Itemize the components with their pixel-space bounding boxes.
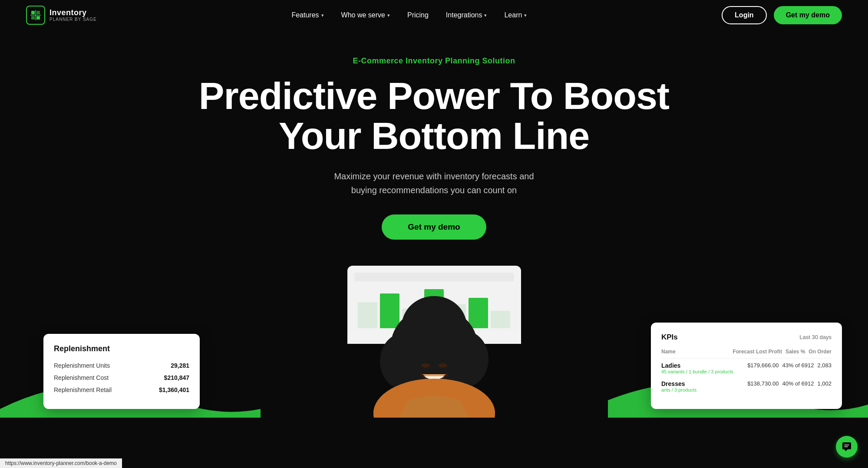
- learn-chevron-icon: ▾: [524, 13, 527, 18]
- main-nav: Inventory PLANNER by Sage Features ▾ Who…: [0, 0, 868, 30]
- svg-rect-1: [36, 11, 40, 14]
- brand-sub: PLANNER by Sage: [50, 17, 97, 22]
- rep-row-cost: Replenishment Cost $210,847: [54, 374, 189, 381]
- kpi-title: KPIs: [661, 333, 678, 342]
- kpi-dresses-onorder: 1,002: [817, 380, 832, 387]
- rep-units-value: 29,281: [171, 362, 189, 369]
- nav-actions: Login Get my demo: [722, 6, 842, 24]
- who-we-serve-chevron-icon: ▾: [387, 13, 390, 18]
- rep-cost-value: $210,847: [164, 374, 189, 381]
- hero-demo-button[interactable]: Get my demo: [382, 214, 486, 240]
- svg-rect-2: [31, 16, 35, 20]
- rep-retail-label: Replenishment Retail: [54, 386, 112, 393]
- kpi-dresses-profit: $138,730.00: [747, 380, 779, 387]
- replenishment-card: Replenishment Replenishment Units 29,281…: [43, 334, 200, 409]
- hero-bottom: Replenishment Replenishment Units 29,281…: [0, 266, 868, 418]
- kpi-period: Last 30 days: [799, 334, 832, 340]
- logo-icon: [26, 6, 45, 25]
- logo-link[interactable]: Inventory PLANNER by Sage: [26, 6, 97, 25]
- kpi-row-ladies: Ladies 45 variants / 1 bundle / 3 produc…: [661, 362, 832, 374]
- nav-links: Features ▾ Who we serve ▾ Pricing Integr…: [291, 11, 527, 19]
- kpi-col-onorder: On Order: [809, 349, 832, 355]
- kpi-ladies-name: Ladies: [661, 362, 744, 369]
- hero-title: Predictive Power To Boost Your Bottom Li…: [9, 76, 859, 156]
- features-chevron-icon: ▾: [321, 13, 324, 18]
- integrations-chevron-icon: ▾: [484, 13, 487, 18]
- rep-units-label: Replenishment Units: [54, 362, 110, 369]
- nav-who-we-serve[interactable]: Who we serve ▾: [341, 11, 390, 19]
- nav-features[interactable]: Features ▾: [291, 11, 323, 19]
- nav-pricing[interactable]: Pricing: [407, 11, 429, 19]
- nav-integrations[interactable]: Integrations ▾: [446, 11, 487, 19]
- rep-cost-label: Replenishment Cost: [54, 374, 109, 381]
- status-bar: https://www.inventory-planner.com/book-a…: [0, 458, 122, 468]
- hero-section: E-Commerce Inventory Planning Solution P…: [0, 30, 868, 240]
- kpi-row-dresses: Dresses ants / 3 products $138,730.00 40…: [661, 380, 832, 392]
- kpi-col-name: Name: [661, 349, 729, 355]
- hero-person-image: [360, 270, 508, 418]
- chat-bubble-button[interactable]: [836, 436, 858, 458]
- svg-point-13: [421, 363, 430, 368]
- kpi-ladies-sub: 45 variants / 1 bundle / 3 products: [661, 369, 744, 374]
- nav-learn[interactable]: Learn ▾: [504, 11, 527, 19]
- svg-point-12: [402, 296, 467, 357]
- kpi-card: KPIs Last 30 days Name Forecast Lost Pro…: [651, 323, 842, 409]
- nav-demo-button[interactable]: Get my demo: [774, 6, 842, 24]
- login-button[interactable]: Login: [722, 6, 767, 24]
- kpi-dresses-sub: ants / 3 products: [661, 387, 744, 392]
- svg-point-14: [439, 363, 447, 368]
- rep-row-retail: Replenishment Retail $1,360,401: [54, 386, 189, 393]
- hero-subtitle: Maximize your revenue with inventory for…: [321, 169, 547, 197]
- svg-rect-0: [31, 11, 35, 14]
- kpi-dresses-name: Dresses: [661, 380, 744, 387]
- brand-name: Inventory: [50, 9, 97, 17]
- rep-row-units: Replenishment Units 29,281: [54, 362, 189, 369]
- kpi-ladies-sales: 43% of 6912: [782, 362, 814, 369]
- kpi-col-sales: Sales %: [785, 349, 805, 355]
- replenishment-title: Replenishment: [54, 344, 189, 353]
- kpi-ladies-onorder: 2,083: [817, 362, 832, 369]
- kpi-col-forecast: Forecast Lost Profit: [733, 349, 782, 355]
- kpi-ladies-profit: $179,666.00: [747, 362, 779, 369]
- status-url: https://www.inventory-planner.com/book-a…: [5, 460, 117, 466]
- rep-retail-value: $1,360,401: [159, 386, 189, 393]
- kpi-dresses-sales: 40% of 6912: [782, 380, 814, 387]
- svg-rect-3: [36, 16, 40, 20]
- hero-eyebrow: E-Commerce Inventory Planning Solution: [9, 56, 859, 66]
